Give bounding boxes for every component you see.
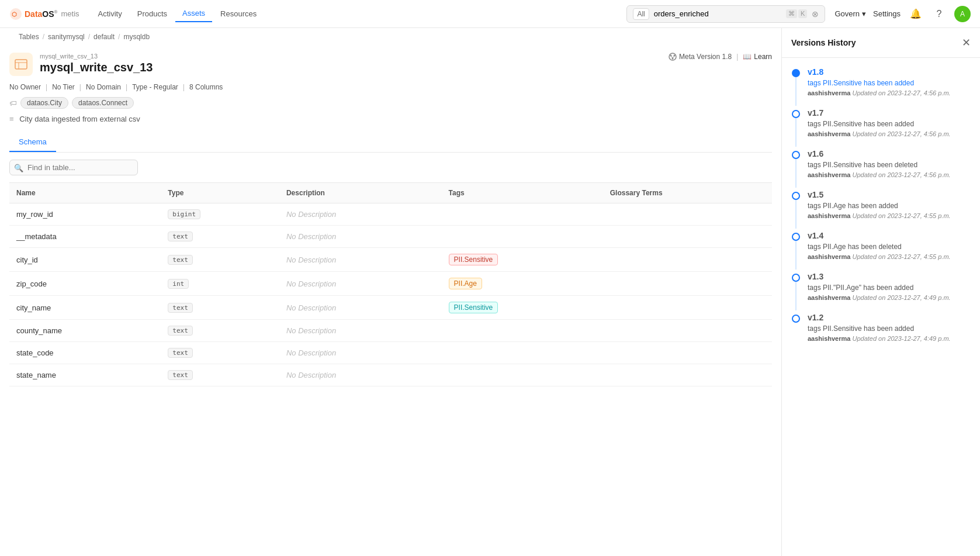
type-info: Type - Regular — [132, 83, 178, 91]
cell-type: text — [161, 320, 279, 342]
tag-pill[interactable]: PII.Age — [449, 278, 482, 289]
timeline-item[interactable]: v1.7tags PII.Sensitive has been addedaas… — [791, 108, 971, 147]
cell-glossary — [603, 342, 772, 364]
timeline-line — [795, 241, 797, 270]
cell-name: my_row_id — [9, 203, 161, 226]
header-title-block: mysql_write_csv_13 mysql_write_csv_13 — [40, 53, 153, 74]
nav-item-products[interactable]: Products — [130, 6, 174, 22]
cell-tags — [442, 320, 603, 342]
tag-pill[interactable]: PII.Sensitive — [449, 254, 498, 265]
timeline-dot — [792, 69, 800, 77]
breadcrumb-mysqldb[interactable]: mysqldb — [123, 33, 150, 41]
version-id: v1.8 — [808, 67, 971, 77]
version-id: v1.5 — [808, 190, 971, 199]
timeline-line — [795, 200, 797, 229]
col-header-glossary: Glossary Terms — [603, 183, 772, 203]
timeline-item[interactable]: v1.4tags PII.Age has been deletedaashish… — [791, 231, 971, 270]
breadcrumb-default[interactable]: default — [94, 33, 115, 41]
svg-point-8 — [672, 58, 674, 60]
page-header: mysql_write_csv_13 mysql_write_csv_13 Me… — [9, 46, 772, 81]
cell-description: No Description — [279, 296, 442, 320]
tab-schema[interactable]: Schema — [9, 133, 56, 152]
meta-version-badge: Meta Version 1.8 — [669, 53, 732, 61]
table-search-input[interactable] — [9, 160, 138, 175]
cell-description: No Description — [279, 320, 442, 342]
version-change: tags PII.Sensitive has been added — [808, 120, 971, 128]
cell-glossary — [603, 296, 772, 320]
header-left: mysql_write_csv_13 mysql_write_csv_13 — [9, 53, 153, 76]
version-change: tags PII.Age has been added — [808, 202, 971, 210]
table-row: state_codetextNo Description — [9, 342, 772, 364]
table-search-container: 🔍 — [9, 160, 772, 175]
version-meta: aashishverma Updated on 2023-12-27, 4:55… — [808, 253, 971, 260]
no-tier: No Tier — [52, 83, 75, 91]
timeline-item[interactable]: v1.3tags PII."PII.Age" has been addedaas… — [791, 272, 971, 310]
svg-point-7 — [674, 55, 676, 57]
timeline-dot — [792, 274, 800, 282]
table-svg-icon — [14, 57, 28, 71]
panel-header: Versions History ✕ — [782, 28, 980, 58]
search-input[interactable] — [654, 9, 781, 18]
tag-dataos-city[interactable]: dataos.City — [20, 97, 68, 109]
version-meta: aashishverma Updated on 2023-12-27, 4:55… — [808, 212, 971, 219]
tag-pill[interactable]: PII.Sensitive — [449, 302, 498, 313]
learn-button[interactable]: 📖 Learn — [743, 53, 772, 61]
timeline-item[interactable]: v1.6tags PII.Sensitive has been deleteda… — [791, 149, 971, 188]
cell-type: text — [161, 296, 279, 320]
nav-item-activity[interactable]: Activity — [91, 6, 129, 22]
content-area: Tables / sanitymysql / default / mysqldb… — [0, 28, 781, 556]
settings-button[interactable]: Settings — [873, 9, 901, 18]
panel-title: Versions History — [791, 38, 856, 47]
header-right: Meta Version 1.8 | 📖 Learn — [669, 53, 772, 61]
version-change: tags PII.Sensitive has been added — [808, 79, 971, 87]
nav-item-resources[interactable]: Resources — [213, 6, 264, 22]
svg-text:⬡: ⬡ — [12, 11, 17, 18]
no-owner: No Owner — [9, 83, 41, 91]
version-id: v1.3 — [808, 272, 971, 281]
cell-glossary — [603, 364, 772, 386]
notifications-icon[interactable]: 🔔 — [908, 6, 924, 22]
search-clear-icon[interactable]: ⊗ — [812, 9, 819, 19]
table-row: state_nametextNo Description — [9, 364, 772, 386]
breadcrumb-sanitymysql[interactable]: sanitymysql — [48, 33, 85, 41]
tag-dataos-connect[interactable]: dataos.Connect — [72, 97, 134, 109]
tags-row: 🏷 dataos.City dataos.Connect — [9, 94, 772, 112]
columns-count: 8 Columns — [189, 83, 223, 91]
meta-row: No Owner | No Tier | No Domain | Type - … — [9, 81, 772, 94]
cell-glossary — [603, 272, 772, 296]
cell-type: text — [161, 226, 279, 248]
timeline-item[interactable]: v1.2tags PII.Sensitive has been addedaas… — [791, 313, 971, 351]
brand-logo[interactable]: ⬡ DataOS® metis — [9, 8, 79, 20]
help-icon[interactable]: ? — [931, 6, 947, 22]
right-nav: Govern ▾ Settings 🔔 ? A — [834, 6, 971, 22]
user-avatar[interactable]: A — [954, 6, 971, 22]
breadcrumb-tables[interactable]: Tables — [19, 33, 39, 41]
nav-item-assets[interactable]: Assets — [175, 5, 212, 22]
timeline-line — [795, 77, 797, 106]
col-header-description: Description — [279, 183, 442, 203]
cell-type: text — [161, 248, 279, 272]
timeline-dot — [792, 192, 800, 200]
timeline-line — [795, 159, 797, 188]
col-header-name: Name — [9, 183, 161, 203]
cell-description: No Description — [279, 248, 442, 272]
version-meta: aashishverma Updated on 2023-12-27, 4:56… — [808, 171, 971, 178]
table-search-wrapper: 🔍 — [9, 160, 138, 175]
timeline-item[interactable]: v1.5tags PII.Age has been addedaashishve… — [791, 190, 971, 229]
cell-type: text — [161, 364, 279, 386]
version-id: v1.4 — [808, 231, 971, 240]
timeline-item[interactable]: v1.8tags PII.Sensitive has been addedaas… — [791, 67, 971, 106]
table-row: county_nametextNo Description — [9, 320, 772, 342]
govern-button[interactable]: Govern ▾ — [834, 9, 866, 18]
cell-description: No Description — [279, 272, 442, 296]
cell-tags: PII.Age — [442, 272, 603, 296]
search-type-button[interactable]: All — [633, 8, 649, 20]
panel-close-button[interactable]: ✕ — [962, 36, 971, 49]
table-row: zip_codeintNo DescriptionPII.Age — [9, 272, 772, 296]
cell-name: county_name — [9, 320, 161, 342]
cell-tags: PII.Sensitive — [442, 248, 603, 272]
svg-point-6 — [670, 55, 672, 57]
version-change: tags PII."PII.Age" has been added — [808, 284, 971, 292]
table-row: city_nametextNo DescriptionPII.Sensitive — [9, 296, 772, 320]
cell-name: state_code — [9, 342, 161, 364]
